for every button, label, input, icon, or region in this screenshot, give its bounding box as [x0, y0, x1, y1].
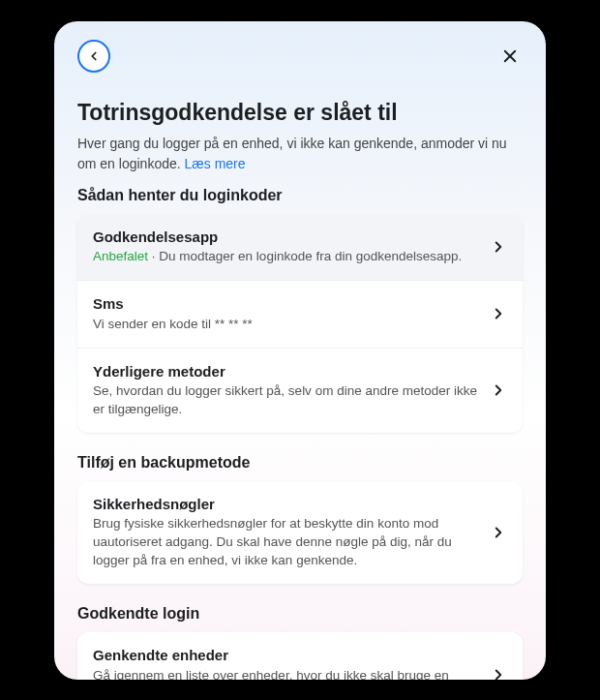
approved-recognized-devices[interactable]: Genkendte enheder Gå igennem en liste ov…	[77, 632, 523, 679]
method-additional[interactable]: Yderligere metoderSe, hvordan du logger …	[77, 349, 523, 433]
method-sms[interactable]: SmsVi sender en kode til ** ** **	[77, 281, 523, 348]
card-title: Sms	[93, 294, 480, 314]
chevron-left-icon	[87, 49, 101, 63]
page-title: Totrinsgodkendelse er slået til	[77, 99, 523, 127]
section-heading-methods: Sådan henter du loginkoder	[77, 187, 523, 204]
settings-dialog: Totrinsgodkendelse er slået til Hver gan…	[54, 21, 546, 680]
card-desc: Brug fysiske sikkerhedsnøgler for at bes…	[93, 515, 480, 570]
card-desc: Anbefalet · Du modtager en loginkode fra…	[93, 248, 480, 266]
card-desc: Se, hvordan du logger sikkert på, selv o…	[93, 382, 480, 419]
chevron-right-icon	[490, 666, 507, 680]
card-title: Yderligere metoder	[93, 362, 480, 381]
chevron-right-icon	[490, 381, 507, 399]
page-subtitle: Hver gang du logger på en enhed, vi ikke…	[77, 134, 523, 173]
methods-list: GodkendelsesappAnbefalet · Du modtager e…	[77, 214, 523, 433]
approved-list: Genkendte enheder Gå igennem en liste ov…	[77, 632, 523, 679]
chevron-right-icon	[490, 524, 507, 541]
method-authenticator-app[interactable]: GodkendelsesappAnbefalet · Du modtager e…	[77, 214, 523, 281]
learn-more-link[interactable]: Læs mere	[185, 156, 246, 171]
back-button[interactable]	[77, 40, 110, 73]
dialog-header	[77, 39, 523, 74]
backup-list: Sikkerhedsnøgler Brug fysiske sikkerheds…	[77, 481, 523, 584]
recommended-badge: Anbefalet	[93, 249, 148, 263]
card-title: Godkendelsesapp	[93, 228, 480, 247]
chevron-right-icon	[490, 305, 507, 322]
backup-security-keys[interactable]: Sikkerhedsnøgler Brug fysiske sikkerheds…	[77, 481, 523, 584]
close-icon	[501, 47, 519, 65]
section-heading-approved: Godkendte login	[77, 605, 523, 623]
card-desc: Vi sender en kode til ** ** **	[93, 316, 480, 334]
chevron-right-icon	[490, 238, 507, 256]
card-desc: Gå igennem en liste over enheder, hvor d…	[93, 667, 480, 680]
subtitle-text: Hver gang du logger på en enhed, vi ikke…	[77, 136, 507, 170]
section-heading-backup: Tilføj en backupmetode	[77, 454, 523, 472]
card-title: Sikkerhedsnøgler	[93, 495, 480, 514]
card-title: Genkendte enheder	[93, 646, 480, 665]
close-button[interactable]	[497, 44, 523, 69]
